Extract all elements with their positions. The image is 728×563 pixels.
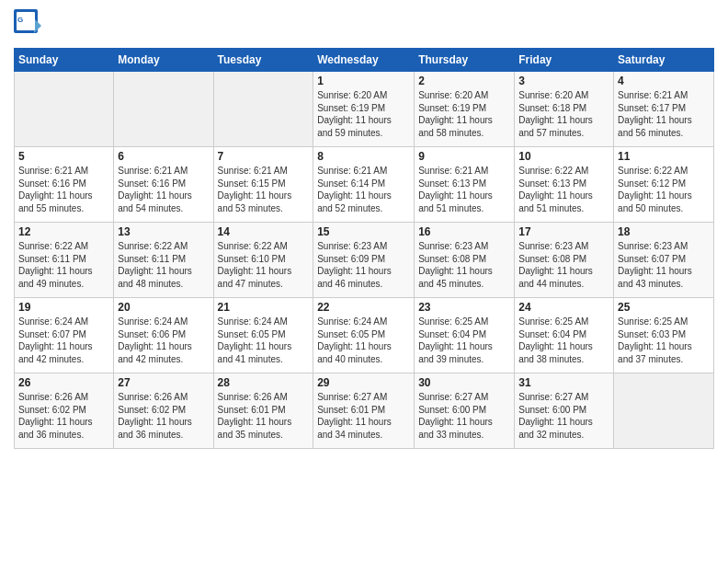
logo-icon: G (14, 9, 41, 40)
day-number: 3 (518, 75, 609, 87)
calendar-cell: 28Sunrise: 6:26 AM Sunset: 6:01 PM Dayli… (213, 373, 313, 449)
calendar-body: 1Sunrise: 6:20 AM Sunset: 6:19 PM Daylig… (15, 72, 714, 449)
day-info: Sunrise: 6:25 AM Sunset: 6:03 PM Dayligh… (618, 316, 710, 365)
day-info: Sunrise: 6:22 AM Sunset: 6:10 PM Dayligh… (218, 240, 310, 290)
day-number: 25 (618, 301, 710, 314)
svg-text:G: G (17, 16, 23, 24)
weekday-header: Friday (515, 49, 614, 72)
calendar-cell: 10Sunrise: 6:22 AM Sunset: 6:13 PM Dayli… (515, 147, 614, 223)
day-info: Sunrise: 6:24 AM Sunset: 6:05 PM Dayligh… (317, 316, 410, 365)
day-info: Sunrise: 6:23 AM Sunset: 6:08 PM Dayligh… (518, 240, 609, 290)
day-info: Sunrise: 6:24 AM Sunset: 6:07 PM Dayligh… (18, 316, 109, 365)
calendar-cell: 27Sunrise: 6:26 AM Sunset: 6:02 PM Dayli… (114, 373, 213, 449)
calendar-cell: 13Sunrise: 6:22 AM Sunset: 6:11 PM Dayli… (114, 223, 213, 298)
logo: G (14, 9, 45, 40)
day-info: Sunrise: 6:26 AM Sunset: 6:02 PM Dayligh… (18, 391, 109, 441)
calendar-cell (15, 72, 114, 147)
page: G SundayMondayTuesdayWednesdayThursdayFr… (0, 0, 728, 563)
calendar-cell: 12Sunrise: 6:22 AM Sunset: 6:11 PM Dayli… (15, 223, 114, 298)
calendar-cell (614, 373, 714, 449)
calendar-week-row: 1Sunrise: 6:20 AM Sunset: 6:19 PM Daylig… (15, 72, 714, 147)
day-number: 18 (618, 225, 710, 238)
day-info: Sunrise: 6:27 AM Sunset: 6:01 PM Dayligh… (317, 391, 410, 441)
day-number: 21 (218, 301, 310, 314)
day-info: Sunrise: 6:27 AM Sunset: 6:00 PM Dayligh… (418, 391, 510, 441)
calendar: SundayMondayTuesdayWednesdayThursdayFrid… (14, 48, 714, 449)
day-number: 20 (118, 301, 209, 314)
calendar-cell: 29Sunrise: 6:27 AM Sunset: 6:01 PM Dayli… (313, 373, 415, 449)
day-info: Sunrise: 6:22 AM Sunset: 6:11 PM Dayligh… (18, 240, 109, 290)
day-number: 27 (118, 376, 209, 389)
day-info: Sunrise: 6:23 AM Sunset: 6:07 PM Dayligh… (618, 240, 710, 290)
weekday-header: Tuesday (213, 49, 313, 72)
day-number: 22 (317, 301, 410, 314)
day-info: Sunrise: 6:23 AM Sunset: 6:08 PM Dayligh… (418, 240, 510, 290)
day-info: Sunrise: 6:22 AM Sunset: 6:13 PM Dayligh… (518, 165, 609, 214)
day-info: Sunrise: 6:22 AM Sunset: 6:12 PM Dayligh… (618, 165, 710, 214)
calendar-week-row: 5Sunrise: 6:21 AM Sunset: 6:16 PM Daylig… (15, 147, 714, 223)
day-number: 2 (418, 75, 510, 87)
calendar-cell: 14Sunrise: 6:22 AM Sunset: 6:10 PM Dayli… (213, 223, 313, 298)
calendar-cell: 3Sunrise: 6:20 AM Sunset: 6:18 PM Daylig… (515, 72, 614, 147)
calendar-header: SundayMondayTuesdayWednesdayThursdayFrid… (15, 49, 714, 72)
calendar-cell: 15Sunrise: 6:23 AM Sunset: 6:09 PM Dayli… (313, 223, 415, 298)
day-info: Sunrise: 6:21 AM Sunset: 6:14 PM Dayligh… (317, 165, 410, 214)
calendar-week-row: 12Sunrise: 6:22 AM Sunset: 6:11 PM Dayli… (15, 223, 714, 298)
day-info: Sunrise: 6:26 AM Sunset: 6:01 PM Dayligh… (218, 391, 310, 441)
calendar-cell: 19Sunrise: 6:24 AM Sunset: 6:07 PM Dayli… (15, 298, 114, 373)
calendar-cell: 1Sunrise: 6:20 AM Sunset: 6:19 PM Daylig… (313, 72, 415, 147)
day-info: Sunrise: 6:20 AM Sunset: 6:19 PM Dayligh… (317, 89, 410, 139)
day-info: Sunrise: 6:21 AM Sunset: 6:13 PM Dayligh… (418, 165, 510, 214)
calendar-cell: 11Sunrise: 6:22 AM Sunset: 6:12 PM Dayli… (614, 147, 714, 223)
calendar-cell: 2Sunrise: 6:20 AM Sunset: 6:19 PM Daylig… (415, 72, 515, 147)
day-number: 28 (218, 376, 310, 389)
calendar-cell: 31Sunrise: 6:27 AM Sunset: 6:00 PM Dayli… (515, 373, 614, 449)
calendar-cell (213, 72, 313, 147)
calendar-week-row: 26Sunrise: 6:26 AM Sunset: 6:02 PM Dayli… (15, 373, 714, 449)
day-info: Sunrise: 6:20 AM Sunset: 6:19 PM Dayligh… (418, 89, 510, 139)
calendar-cell: 16Sunrise: 6:23 AM Sunset: 6:08 PM Dayli… (415, 223, 515, 298)
day-number: 7 (218, 150, 310, 163)
day-info: Sunrise: 6:22 AM Sunset: 6:11 PM Dayligh… (118, 240, 209, 290)
day-info: Sunrise: 6:25 AM Sunset: 6:04 PM Dayligh… (418, 316, 510, 365)
calendar-cell: 25Sunrise: 6:25 AM Sunset: 6:03 PM Dayli… (614, 298, 714, 373)
day-info: Sunrise: 6:21 AM Sunset: 6:15 PM Dayligh… (218, 165, 310, 214)
calendar-cell: 24Sunrise: 6:25 AM Sunset: 6:04 PM Dayli… (515, 298, 614, 373)
calendar-cell: 5Sunrise: 6:21 AM Sunset: 6:16 PM Daylig… (15, 147, 114, 223)
day-number: 5 (18, 150, 109, 163)
calendar-cell: 18Sunrise: 6:23 AM Sunset: 6:07 PM Dayli… (614, 223, 714, 298)
day-number: 8 (317, 150, 410, 163)
day-number: 19 (18, 301, 109, 314)
day-info: Sunrise: 6:21 AM Sunset: 6:16 PM Dayligh… (118, 165, 209, 214)
day-info: Sunrise: 6:23 AM Sunset: 6:09 PM Dayligh… (317, 240, 410, 290)
calendar-cell: 9Sunrise: 6:21 AM Sunset: 6:13 PM Daylig… (415, 147, 515, 223)
day-info: Sunrise: 6:21 AM Sunset: 6:16 PM Dayligh… (18, 165, 109, 214)
calendar-week-row: 19Sunrise: 6:24 AM Sunset: 6:07 PM Dayli… (15, 298, 714, 373)
calendar-cell: 4Sunrise: 6:21 AM Sunset: 6:17 PM Daylig… (614, 72, 714, 147)
day-info: Sunrise: 6:25 AM Sunset: 6:04 PM Dayligh… (518, 316, 609, 365)
calendar-cell: 6Sunrise: 6:21 AM Sunset: 6:16 PM Daylig… (114, 147, 213, 223)
day-number: 6 (118, 150, 209, 163)
day-info: Sunrise: 6:24 AM Sunset: 6:06 PM Dayligh… (118, 316, 209, 365)
day-number: 15 (317, 225, 410, 238)
day-number: 11 (618, 150, 710, 163)
day-number: 14 (218, 225, 310, 238)
calendar-cell (114, 72, 213, 147)
day-number: 9 (418, 150, 510, 163)
calendar-cell: 17Sunrise: 6:23 AM Sunset: 6:08 PM Dayli… (515, 223, 614, 298)
day-info: Sunrise: 6:24 AM Sunset: 6:05 PM Dayligh… (218, 316, 310, 365)
day-number: 29 (317, 376, 410, 389)
day-number: 30 (418, 376, 510, 389)
day-info: Sunrise: 6:21 AM Sunset: 6:17 PM Dayligh… (618, 89, 710, 139)
day-info: Sunrise: 6:20 AM Sunset: 6:18 PM Dayligh… (518, 89, 609, 139)
calendar-cell: 23Sunrise: 6:25 AM Sunset: 6:04 PM Dayli… (415, 298, 515, 373)
day-number: 24 (518, 301, 609, 314)
weekday-row: SundayMondayTuesdayWednesdayThursdayFrid… (15, 49, 714, 72)
day-number: 1 (317, 75, 410, 87)
calendar-cell: 26Sunrise: 6:26 AM Sunset: 6:02 PM Dayli… (15, 373, 114, 449)
day-number: 17 (518, 225, 609, 238)
day-number: 16 (418, 225, 510, 238)
day-number: 12 (18, 225, 109, 238)
day-info: Sunrise: 6:26 AM Sunset: 6:02 PM Dayligh… (118, 391, 209, 441)
day-info: Sunrise: 6:27 AM Sunset: 6:00 PM Dayligh… (518, 391, 609, 441)
